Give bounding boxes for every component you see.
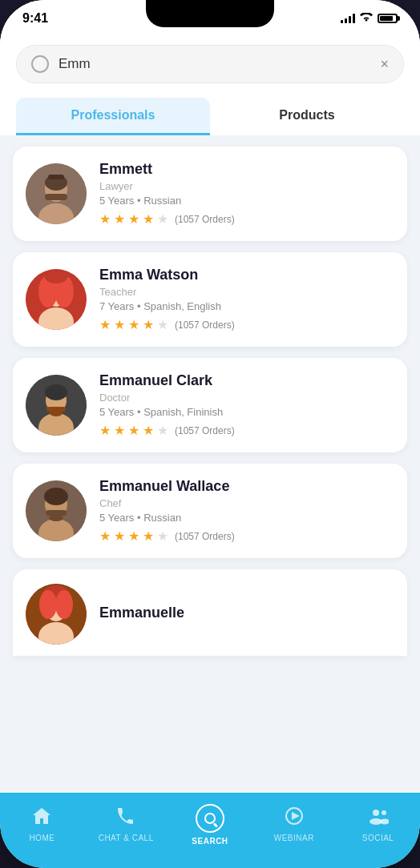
search-nav-icon bbox=[196, 804, 224, 833]
phone-icon bbox=[116, 807, 135, 830]
nav-label-chat-call: CHAT & CALL bbox=[99, 834, 154, 842]
scroll-content[interactable]: Emm × Professionals Products bbox=[0, 32, 420, 793]
svg-point-22 bbox=[44, 488, 68, 505]
card-meta-emma-watson: 7 Years • Spanish, English bbox=[99, 300, 394, 312]
svg-rect-23 bbox=[46, 510, 67, 516]
nav-item-home[interactable]: HOME bbox=[14, 807, 70, 842]
card-name-emmanuelle: Emmanuelle bbox=[99, 605, 394, 621]
notch bbox=[146, 0, 274, 27]
svg-point-12 bbox=[45, 271, 67, 283]
nav-label-webinar: WEBINAR bbox=[274, 834, 314, 842]
wifi-icon bbox=[360, 12, 373, 25]
star-1: ★ bbox=[99, 211, 111, 227]
nav-label-social: SOCIAL bbox=[362, 834, 394, 842]
card-name-emmanuel-wallace: Emmanuel Wallace bbox=[99, 478, 394, 495]
nav-item-social[interactable]: SOCIAL bbox=[350, 807, 406, 842]
card-info-emmett: Emmett Lawyer 5 Years • Russian ★ ★ ★ ★ … bbox=[99, 161, 394, 227]
avatar-emmanuelle bbox=[26, 584, 87, 645]
professional-card-emmanuelle[interactable]: Emmanuelle bbox=[13, 569, 407, 656]
star-3: ★ bbox=[128, 528, 139, 544]
rating-count-emma-watson: (1057 Orders) bbox=[175, 319, 235, 331]
top-section: Emm × Professionals Products bbox=[0, 32, 420, 135]
star-5: ★ bbox=[157, 317, 168, 332]
card-rating-emma-watson: ★ ★ ★ ★ ★ (1057 Orders) bbox=[99, 317, 394, 332]
card-name-emmanuel-clark: Emmanuel Clark bbox=[99, 372, 394, 389]
svg-rect-5 bbox=[48, 175, 64, 179]
nav-item-chat-call[interactable]: CHAT & CALL bbox=[98, 807, 154, 842]
card-rating-emmanuel-wallace: ★ ★ ★ ★ ★ (1057 Orders) bbox=[99, 528, 394, 544]
avatar-emmett bbox=[26, 163, 87, 224]
card-rating-emmanuel-clark: ★ ★ ★ ★ ★ (1057 Orders) bbox=[99, 423, 394, 438]
home-icon bbox=[32, 807, 51, 830]
professional-card-emmanuel-clark[interactable]: Emmanuel Clark Doctor 5 Years • Spanish,… bbox=[13, 358, 407, 452]
svg-point-29 bbox=[39, 590, 57, 619]
star-5: ★ bbox=[157, 211, 168, 227]
card-info-emma-watson: Emma Watson Teacher 7 Years • Spanish, E… bbox=[99, 267, 394, 332]
professional-card-emmanuel-wallace[interactable]: Emmanuel Wallace Chef 5 Years • Russian … bbox=[13, 464, 407, 558]
nav-item-webinar[interactable]: WEBINAR bbox=[266, 807, 322, 842]
phone-shell: 9:41 bbox=[0, 0, 420, 868]
star-2: ★ bbox=[114, 211, 125, 227]
card-rating-emmett: ★ ★ ★ ★ ★ (1057 Orders) bbox=[99, 211, 394, 227]
search-query-text: Emm bbox=[59, 56, 380, 72]
svg-point-24 bbox=[49, 515, 63, 521]
card-meta-emmanuel-wallace: 5 Years • Russian bbox=[99, 512, 394, 524]
card-name-emmett: Emmett bbox=[99, 161, 394, 178]
svg-marker-32 bbox=[292, 812, 300, 820]
star-4: ★ bbox=[143, 528, 154, 544]
card-meta-emmett: 5 Years • Russian bbox=[99, 195, 394, 207]
nav-label-search: SEARCH bbox=[192, 837, 228, 846]
card-profession-emmett: Lawyer bbox=[99, 180, 394, 192]
tab-products[interactable]: Products bbox=[210, 98, 404, 135]
card-name-emma-watson: Emma Watson bbox=[99, 267, 394, 283]
card-profession-emmanuel-wallace: Chef bbox=[99, 497, 394, 509]
star-2: ★ bbox=[114, 528, 125, 544]
rating-count-emmanuel-wallace: (1057 Orders) bbox=[175, 531, 235, 542]
clear-search-button[interactable]: × bbox=[380, 56, 389, 73]
star-4: ★ bbox=[143, 211, 154, 227]
star-1: ★ bbox=[99, 423, 111, 438]
rating-count-emmanuel-clark: (1057 Orders) bbox=[175, 425, 235, 436]
professional-card-emmett[interactable]: Emmett Lawyer 5 Years • Russian ★ ★ ★ ★ … bbox=[13, 147, 407, 241]
search-circle-icon bbox=[31, 55, 49, 73]
nav-item-search[interactable]: SEARCH bbox=[182, 804, 238, 846]
star-2: ★ bbox=[114, 423, 125, 438]
status-icons bbox=[341, 12, 398, 25]
star-3: ★ bbox=[128, 211, 139, 227]
card-meta-emmanuel-clark: 5 Years • Spanish, Fininish bbox=[99, 406, 394, 418]
play-icon bbox=[285, 807, 303, 830]
star-5: ★ bbox=[157, 423, 168, 438]
professional-card-emma-watson[interactable]: Emma Watson Teacher 7 Years • Spanish, E… bbox=[13, 252, 407, 347]
star-3: ★ bbox=[128, 423, 139, 438]
star-4: ★ bbox=[143, 423, 154, 438]
avatar-emmanuel-wallace bbox=[26, 480, 87, 541]
phone-screen: 9:41 bbox=[0, 0, 420, 868]
tab-professionals[interactable]: Professionals bbox=[16, 98, 210, 135]
svg-rect-3 bbox=[45, 194, 67, 200]
svg-point-35 bbox=[382, 810, 386, 815]
search-bar[interactable]: Emm × bbox=[16, 45, 404, 83]
card-info-emmanuelle: Emmanuelle bbox=[99, 605, 394, 624]
svg-point-36 bbox=[380, 819, 389, 825]
search-inner-circle bbox=[204, 813, 216, 824]
cards-section: Emmett Lawyer 5 Years • Russian ★ ★ ★ ★ … bbox=[0, 135, 420, 667]
star-1: ★ bbox=[99, 528, 111, 544]
svg-point-16 bbox=[45, 384, 67, 400]
star-4: ★ bbox=[143, 317, 154, 332]
card-info-emmanuel-wallace: Emmanuel Wallace Chef 5 Years • Russian … bbox=[99, 478, 394, 544]
star-1: ★ bbox=[99, 317, 111, 332]
svg-point-30 bbox=[55, 590, 73, 619]
bottom-nav: HOME CHAT & CALL SEARCH bbox=[0, 793, 420, 868]
avatar-emmanuel-clark bbox=[26, 375, 87, 436]
signal-bars-icon bbox=[341, 14, 355, 23]
star-3: ★ bbox=[128, 317, 139, 332]
nav-label-home: HOME bbox=[29, 834, 55, 842]
card-profession-emma-watson: Teacher bbox=[99, 286, 394, 298]
avatar-emma-watson bbox=[26, 269, 87, 330]
battery-icon bbox=[378, 14, 398, 23]
svg-point-18 bbox=[50, 410, 63, 416]
card-profession-emmanuel-clark: Doctor bbox=[99, 392, 394, 404]
star-5: ★ bbox=[157, 528, 168, 544]
users-icon bbox=[368, 807, 389, 830]
search-handle bbox=[213, 822, 218, 827]
